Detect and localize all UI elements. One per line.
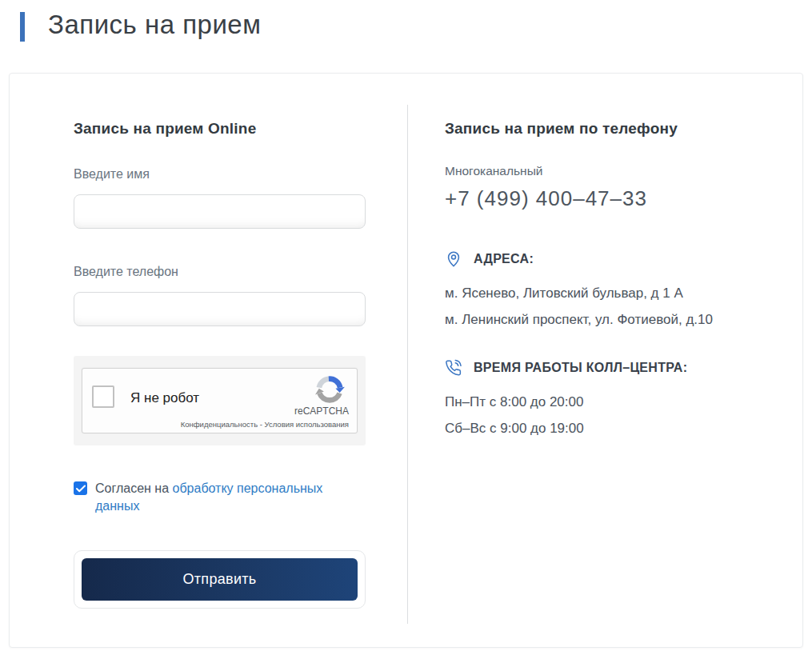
working-hours-line: Сб–Вс с 9:00 до 19:00 <box>445 420 778 437</box>
recaptcha-checkbox[interactable] <box>92 385 114 408</box>
consent-row: Согласен на обработку персональных данны… <box>74 480 366 515</box>
phone-call-icon <box>445 359 462 377</box>
online-booking-heading: Запись на прием Online <box>74 119 407 138</box>
page-title: Запись на прием <box>48 9 261 41</box>
recaptcha-logo-icon <box>314 373 346 405</box>
recaptcha-terms-separator: - <box>258 420 264 429</box>
consent-text-prefix: Согласен на <box>95 481 173 495</box>
name-input[interactable] <box>74 194 366 229</box>
consent-checkbox[interactable] <box>74 481 87 495</box>
phone-line-type: Многоканальный <box>445 163 778 178</box>
working-hours-title: ВРЕМЯ РАБОТЫ КОЛЛ–ЦЕНТРА: <box>474 361 687 375</box>
working-hours-line: Пн–Пт с 8:00 до 20:00 <box>445 393 778 410</box>
addresses-title-row: АДРЕСА: <box>445 250 778 268</box>
recaptcha-widget: Я не робот reCAPTCHA Конфиденциальность … <box>74 356 366 445</box>
name-label: Введите имя <box>74 166 407 182</box>
checkmark-icon <box>76 485 86 493</box>
appointment-card: Запись на прием Online Введите имя Введи… <box>9 73 803 648</box>
phone-label: Введите телефон <box>74 264 407 280</box>
addresses-title: АДРЕСА: <box>474 252 534 266</box>
title-accent-bar <box>20 12 25 42</box>
location-pin-icon <box>445 250 462 268</box>
phone-input[interactable] <box>74 292 366 326</box>
online-booking-section: Запись на прием Online Введите имя Введи… <box>10 74 407 647</box>
address-line: м. Ясенево, Литовский бульвар, д 1 А <box>445 285 778 302</box>
phone-booking-heading: Запись на прием по телефону <box>445 119 778 138</box>
recaptcha-terms: Конфиденциальность - Условия использован… <box>181 420 349 429</box>
submit-button[interactable]: Отправить <box>82 558 358 601</box>
recaptcha-box: Я не робот reCAPTCHA Конфиденциальность … <box>82 368 358 433</box>
recaptcha-terms-link[interactable]: Условия использования <box>265 420 349 429</box>
working-hours-title-row: ВРЕМЯ РАБОТЫ КОЛЛ–ЦЕНТРА: <box>445 359 778 377</box>
recaptcha-label: Я не робот <box>130 390 199 406</box>
submit-button-frame: Отправить <box>74 550 366 609</box>
consent-text: Согласен на обработку персональных данны… <box>95 480 366 515</box>
phone-booking-section: Запись на прием по телефону Многоканальн… <box>407 105 802 624</box>
address-line: м. Ленинский проспект, ул. Фотиевой, д.1… <box>445 311 778 328</box>
recaptcha-brand: reCAPTCHA <box>294 405 349 417</box>
recaptcha-privacy-link[interactable]: Конфиденциальность <box>181 420 258 429</box>
phone-number: +7 (499) 400–47–33 <box>445 186 778 210</box>
page-header: Запись на прием <box>0 0 812 42</box>
